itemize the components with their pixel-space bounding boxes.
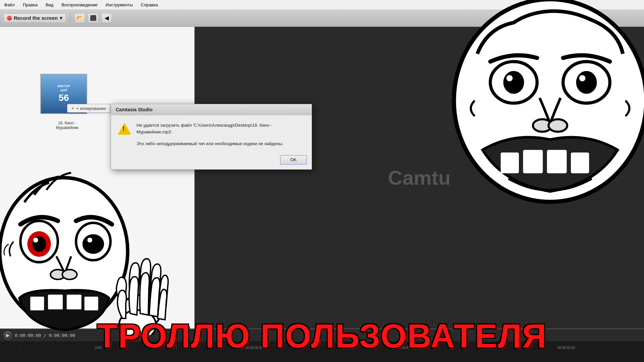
camtasia-logo: Camtu <box>388 166 451 189</box>
time-separator: / <box>44 333 49 338</box>
time-total: 0:00:00:00 <box>49 333 75 338</box>
copy-plus-icon: + <box>71 106 74 111</box>
ok-button[interactable]: OK <box>280 155 307 165</box>
error-dialog: Camtasia Studio Не удается загрузить фай… <box>111 104 312 170</box>
search-input[interactable] <box>553 14 594 22</box>
copy-tooltip: + + копирование <box>67 104 110 113</box>
thumb-text-2: ЦОЙ <box>60 88 67 92</box>
preview-panel: Camtu <box>195 27 644 328</box>
menu-help[interactable]: Справка <box>140 2 159 8</box>
thumb-number: 56 <box>58 93 69 103</box>
toolbar-separator-1 <box>70 13 70 23</box>
search-button[interactable]: 🔍 <box>596 14 604 22</box>
dialog-title: Camtasia Studio <box>111 104 312 115</box>
file-name-display: 18. Кино - Муравейник <box>34 121 101 130</box>
camtasia-window: Файл Правка Вид Воспроизведение Инструме… <box>0 0 644 362</box>
play-button[interactable]: ▶ <box>3 331 12 340</box>
record-button[interactable]: Record the screen ▾ <box>3 13 66 23</box>
extra-button[interactable]: ◀ <box>101 13 112 23</box>
record-label: Record the screen <box>14 15 58 21</box>
copy-label: + копирование <box>76 106 106 111</box>
menu-file[interactable]: Файл <box>3 2 16 8</box>
time-display: 0:00:00:00 / 0:00:00:00 <box>15 333 75 338</box>
file-panel: ВИКТОР ЦОЙ 56 + + копирование 18. Кино -… <box>0 27 195 328</box>
dialog-message-2: Это либо неподдерживаемый тип или необхо… <box>137 140 305 147</box>
open-button[interactable]: 📂 <box>74 13 85 23</box>
file-name-line1: 18. Кино - <box>34 121 101 125</box>
menu-bar: Файл Правка Вид Воспроизведение Инструме… <box>0 0 644 9</box>
thumb-text-1: ВИКТОР <box>58 84 70 88</box>
menu-tools[interactable]: Инструменты <box>104 2 134 8</box>
bottom-caption: ТРОЛЛЮ ПОЛЬЗОВАТЕЛЯ <box>97 317 547 355</box>
toolbar: Record the screen ▾ 📂 ⬛ ◀ ⤢ 🔍 <box>0 9 644 27</box>
search-area: ⤢ 🔍 <box>541 13 604 23</box>
dialog-buttons: OK <box>111 153 312 169</box>
time-current: 0:00:00:00 <box>15 333 41 338</box>
dialog-text: Не удается загрузить файл 'C:\Users\Алек… <box>137 122 305 147</box>
warning-triangle <box>118 123 131 135</box>
warning-icon <box>118 122 131 135</box>
record-dropdown-icon: ▾ <box>60 15 62 21</box>
menu-playback[interactable]: Воспроизведение <box>60 2 99 8</box>
dialog-message-1: Не удается загрузить файл 'C:\Users\Алек… <box>137 122 305 135</box>
main-area: ВИКТОР ЦОЙ 56 + + копирование 18. Кино -… <box>0 27 644 328</box>
file-name-line2: Муравейник <box>34 125 101 130</box>
menu-view[interactable]: Вид <box>44 2 55 8</box>
nav-back-button[interactable]: ⤢ <box>541 13 551 23</box>
import-button[interactable]: ⬛ <box>88 13 99 23</box>
menu-edit[interactable]: Правка <box>21 2 39 8</box>
record-indicator <box>7 16 12 20</box>
dialog-body: Не удается загрузить файл 'C:\Users\Алек… <box>111 115 312 153</box>
